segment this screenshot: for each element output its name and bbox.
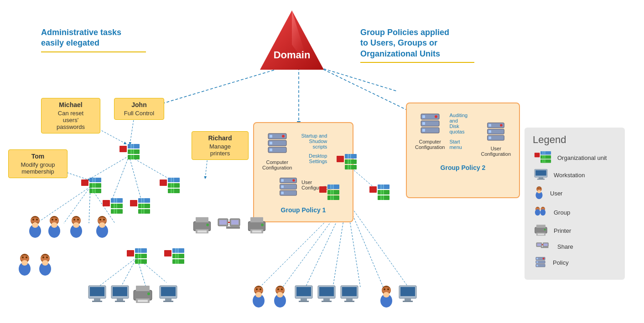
svg-rect-135 — [383, 185, 384, 189]
user-name-richard: Richard — [197, 134, 244, 142]
svg-rect-263 — [400, 287, 415, 296]
legend-label-policy: Policy — [553, 259, 569, 266]
svg-rect-264 — [405, 298, 411, 301]
legend-workstation-icon — [533, 169, 549, 181]
svg-rect-142 — [127, 250, 134, 256]
svg-rect-77 — [92, 183, 93, 188]
svg-rect-267 — [540, 151, 551, 154]
gp1-server2-icon — [277, 176, 300, 201]
svg-rect-250 — [323, 298, 330, 301]
svg-point-243 — [277, 292, 283, 297]
legend-item-policy: Policy — [533, 256, 617, 269]
svg-rect-218 — [197, 231, 207, 233]
svg-rect-141 — [383, 195, 384, 200]
svg-rect-200 — [94, 298, 100, 301]
svg-rect-293 — [536, 225, 545, 228]
svg-rect-157 — [175, 254, 177, 258]
share-icon-1 — [217, 216, 242, 235]
legend-label-share: Share — [557, 243, 573, 250]
svg-rect-305 — [536, 258, 538, 259]
svg-rect-131 — [332, 195, 334, 200]
svg-rect-154 — [175, 248, 177, 253]
svg-rect-300 — [544, 243, 548, 246]
svg-rect-201 — [92, 301, 102, 302]
legend-label-printer: Printer — [554, 227, 571, 234]
svg-point-291 — [540, 209, 546, 215]
svg-point-177 — [77, 219, 79, 220]
svg-point-285 — [537, 190, 541, 193]
svg-rect-108 — [173, 183, 174, 188]
svg-point-234 — [256, 288, 258, 290]
svg-rect-207 — [136, 286, 150, 291]
ou-icon-bot1 — [127, 248, 147, 264]
svg-rect-246 — [301, 298, 307, 301]
svg-rect-121 — [350, 165, 351, 169]
legend-share-icon — [533, 241, 553, 251]
workstation-icon-3 — [159, 285, 178, 305]
svg-rect-265 — [403, 301, 413, 302]
person-icon-r3 — [378, 285, 395, 310]
svg-rect-118 — [350, 159, 351, 164]
person-icon-6 — [36, 253, 54, 278]
legend-label-ou: Organizational unit — [557, 154, 607, 161]
svg-rect-144 — [138, 248, 139, 253]
svg-point-310 — [543, 258, 545, 260]
svg-rect-75 — [94, 178, 96, 182]
svg-rect-269 — [544, 151, 545, 154]
svg-rect-98 — [143, 204, 145, 208]
svg-rect-230 — [252, 231, 262, 233]
svg-rect-268 — [542, 151, 543, 154]
svg-point-179 — [73, 222, 79, 228]
svg-rect-85 — [116, 198, 117, 203]
legend-item-user: User — [533, 186, 617, 200]
svg-point-282 — [538, 188, 539, 189]
person-icon-r2 — [271, 285, 289, 310]
person-icon-3 — [68, 215, 85, 240]
svg-rect-115 — [350, 154, 351, 159]
svg-rect-128 — [332, 190, 334, 195]
svg-point-170 — [52, 219, 53, 220]
workstation-icon-1 — [88, 285, 107, 305]
svg-rect-158 — [177, 254, 179, 258]
svg-rect-148 — [140, 254, 141, 258]
svg-rect-203 — [113, 287, 127, 296]
person-icon-1 — [26, 215, 44, 240]
legend-box: Legend Organizational unit — [525, 128, 625, 280]
svg-point-241 — [281, 288, 283, 290]
svg-rect-53 — [422, 129, 425, 132]
svg-rect-199 — [90, 287, 104, 296]
svg-rect-97 — [141, 204, 142, 208]
svg-rect-228 — [250, 217, 263, 222]
svg-rect-209 — [138, 300, 148, 302]
svg-point-240 — [277, 288, 279, 290]
workstation-icon-r1 — [294, 285, 313, 305]
svg-rect-273 — [540, 159, 551, 163]
person-icon-5 — [16, 253, 33, 278]
legend-item-group: Group — [533, 205, 617, 220]
svg-rect-67 — [130, 149, 132, 154]
svg-point-164 — [32, 219, 34, 220]
user-desc-richard: Manageprinters — [197, 143, 244, 157]
svg-rect-56 — [489, 124, 492, 127]
svg-rect-216 — [196, 217, 208, 222]
person-icon-2 — [46, 215, 63, 240]
legend-title: Legend — [533, 134, 617, 146]
user-name-tom: Tom — [13, 153, 62, 160]
workstation-icon-2 — [110, 285, 130, 305]
svg-point-231 — [261, 224, 264, 226]
svg-rect-221 — [219, 220, 227, 225]
svg-point-194 — [42, 256, 44, 258]
user-desc-michael: Can resetusers'passwords — [46, 110, 95, 130]
svg-rect-81 — [94, 189, 96, 193]
svg-rect-212 — [161, 287, 176, 296]
svg-rect-204 — [117, 298, 123, 301]
ou-icon-sub1 — [81, 178, 101, 193]
svg-rect-94 — [141, 198, 142, 203]
ou-icon-sub3 — [130, 198, 150, 214]
main-canvas: Domain Administrative taskseasily elegat… — [0, 0, 644, 323]
user-desc-john: Full Control — [119, 110, 159, 117]
svg-point-167 — [32, 222, 38, 228]
svg-rect-65 — [133, 144, 134, 149]
svg-line-2 — [319, 67, 415, 114]
group-policy-1-box: ComputerConfiguration Startup andShudows… — [253, 122, 353, 222]
